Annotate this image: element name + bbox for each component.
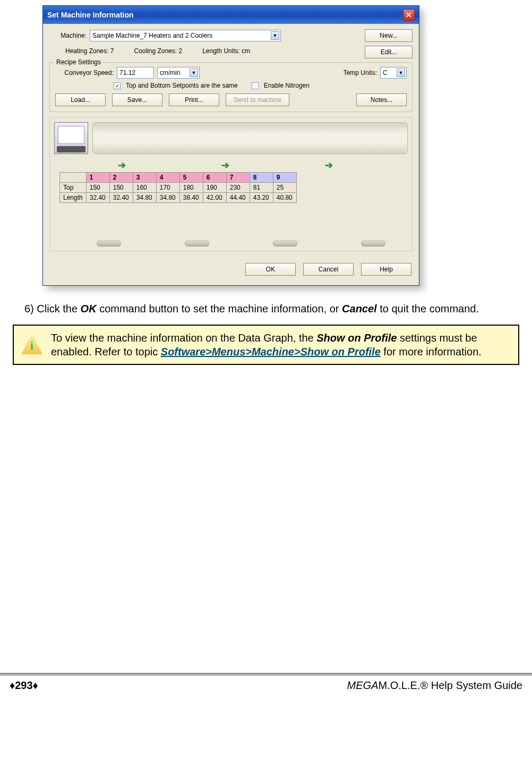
- temp-units-select[interactable]: C ▼: [380, 67, 407, 79]
- titlebar: Set Machine Information ✕: [43, 6, 419, 24]
- cooling-zones: Cooling Zones: 2: [134, 47, 182, 55]
- help-button[interactable]: Help: [361, 263, 411, 276]
- zone-header: 3: [133, 173, 156, 183]
- zone-header: 8: [250, 173, 273, 183]
- cell[interactable]: 34.80: [133, 193, 156, 203]
- close-icon[interactable]: ✕: [403, 9, 415, 21]
- cell[interactable]: 230: [226, 183, 250, 193]
- zone-header: 5: [179, 173, 203, 183]
- zone-header: 9: [273, 173, 296, 183]
- heating-zones: Heating Zones: 7: [65, 47, 114, 55]
- conveyor-label: Conveyor Speed:: [55, 69, 114, 76]
- same-setpoints-checkbox[interactable]: ✓: [114, 82, 121, 89]
- conveyor-graphic: [92, 122, 408, 154]
- arrow-right-icon: ➔: [118, 159, 126, 171]
- window-title: Set Machine Information: [47, 11, 134, 19]
- temp-units-label: Temp Units:: [344, 69, 377, 76]
- zone-header: 7: [226, 173, 250, 183]
- cell[interactable]: 81: [250, 183, 273, 193]
- nitrogen-checkbox[interactable]: [252, 82, 259, 89]
- arrow-right-icon: ➔: [221, 159, 229, 171]
- edit-button[interactable]: Edit...: [365, 46, 413, 58]
- nitrogen-label: Enable Nitrogen: [264, 82, 310, 89]
- zone-header: 2: [109, 173, 133, 183]
- cell[interactable]: 25: [273, 183, 296, 193]
- page-number: 293: [15, 679, 32, 691]
- conveyor-unit-value: cm/min: [160, 69, 181, 76]
- info-icon: i: [21, 333, 42, 354]
- zone-table: 1 2 3 4 5 6 7 8 9 Top 150: [59, 172, 297, 203]
- row-label-top: Top: [60, 183, 87, 193]
- cell[interactable]: 42.00: [203, 193, 226, 203]
- zone-header: 1: [86, 173, 109, 183]
- arrow-right-icon: ➔: [325, 159, 333, 171]
- cell[interactable]: 32.40: [86, 193, 109, 203]
- cell[interactable]: 38.40: [179, 193, 203, 203]
- conveyor-speed-input[interactable]: [117, 67, 154, 79]
- cell[interactable]: 32.40: [109, 193, 133, 203]
- new-button[interactable]: New...: [365, 29, 413, 42]
- cell[interactable]: 43.20: [250, 193, 273, 203]
- machine-select[interactable]: Sample Machine_7 Heaters and 2 Coolers ▼: [90, 30, 281, 41]
- machine-label: Machine:: [49, 32, 87, 39]
- notes-button[interactable]: Notes...: [356, 93, 407, 106]
- send-to-machine-button: Send to machine: [226, 93, 289, 106]
- cell[interactable]: 34.80: [156, 193, 179, 203]
- temp-units-value: C: [383, 69, 388, 76]
- length-units: Length Units: cm: [202, 47, 250, 55]
- cell[interactable]: 160: [133, 183, 156, 193]
- chevron-down-icon: ▼: [271, 31, 279, 40]
- cell[interactable]: 150: [109, 183, 133, 193]
- load-button[interactable]: Load...: [55, 93, 106, 106]
- print-button[interactable]: Print...: [169, 93, 219, 106]
- page-footer: ♦293♦ MEGAM.O.L.E.® Help System Guide: [0, 673, 532, 704]
- cell[interactable]: 170: [156, 183, 179, 193]
- cancel-button[interactable]: Cancel: [303, 263, 354, 276]
- machine-value: Sample Machine_7 Heaters and 2 Coolers: [92, 32, 212, 39]
- recipe-legend: Recipe Settings: [54, 58, 103, 66]
- zone-header: 4: [156, 173, 179, 183]
- step-6-text: 6) Click the OK command button to set th…: [24, 302, 516, 316]
- roller-icon: [185, 240, 209, 246]
- recipe-settings-group: Recipe Settings Conveyor Speed: cm/min ▼…: [49, 62, 413, 112]
- info-callout: i To view the machine information on the…: [13, 325, 519, 365]
- roller-icon: [361, 240, 385, 246]
- brand-rest: M.O.L.E.® Help System Guide: [379, 679, 523, 691]
- save-button[interactable]: Save...: [112, 93, 162, 106]
- zone-header: 6: [203, 173, 226, 183]
- cell[interactable]: 40.80: [273, 193, 296, 203]
- monitor-icon: [54, 122, 88, 154]
- row-label-length: Length: [60, 193, 87, 203]
- cell[interactable]: 150: [86, 183, 109, 193]
- topic-link[interactable]: Software>Menus>Machine>Show on Profile: [161, 346, 381, 358]
- roller-icon: [97, 240, 121, 246]
- ok-button[interactable]: OK: [245, 263, 296, 276]
- cell[interactable]: 180: [179, 183, 203, 193]
- step-number: 6): [24, 303, 34, 314]
- brand-italic: MEGA: [347, 679, 379, 691]
- chevron-down-icon: ▼: [397, 69, 405, 77]
- machine-profile-pane: ➔ ➔ ➔ 1 2 3 4 5 6 7: [49, 117, 413, 251]
- cell[interactable]: 190: [203, 183, 226, 193]
- chevron-down-icon: ▼: [190, 69, 198, 77]
- conveyor-unit-select[interactable]: cm/min ▼: [157, 67, 200, 79]
- roller-icon: [273, 240, 297, 246]
- cell[interactable]: 44.40: [226, 193, 250, 203]
- dialog-screenshot: Set Machine Information ✕ Machine: Sampl…: [42, 5, 521, 286]
- same-setpoints-label: Top and Bottom Setpoints are the same: [126, 82, 238, 89]
